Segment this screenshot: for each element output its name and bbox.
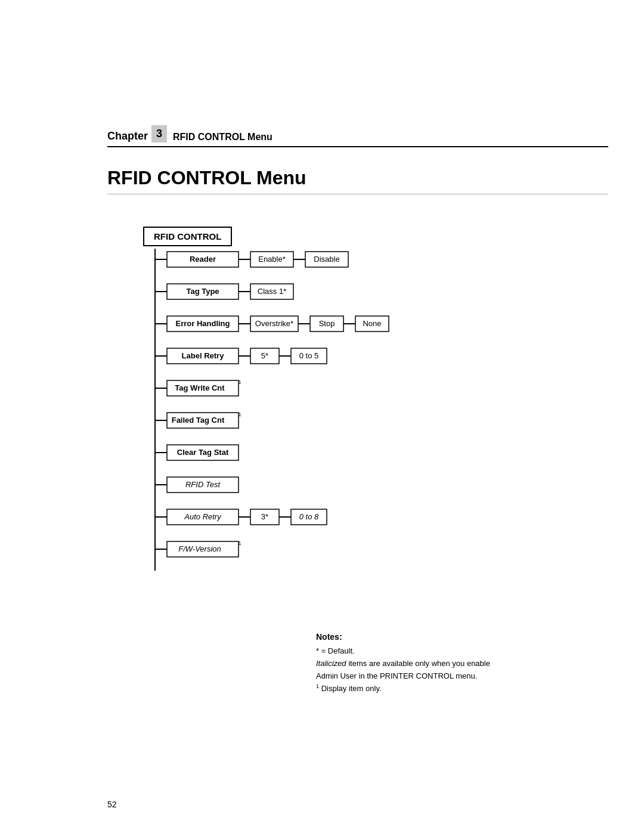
main-title-section: RFID CONTROL Menu (107, 167, 608, 194)
notes-line-2: Italicized items are available only when… (316, 658, 566, 670)
notes-section: Notes: * = Default. Italicized items are… (316, 632, 566, 696)
diagram-area: RFID CONTROL Reader Enable* Disable Tag … (107, 227, 525, 618)
svg-text:1: 1 (238, 540, 241, 546)
notes-title: Notes: (316, 632, 566, 642)
svg-text:Stop: Stop (319, 319, 335, 328)
notes-line-1: * = Default. (316, 645, 566, 658)
svg-text:RFID Test: RFID Test (185, 480, 221, 489)
notes-line-3: Admin User in the PRINTER CONTROL menu. (316, 670, 566, 683)
svg-text:Class 1*: Class 1* (258, 287, 286, 296)
chapter-title: RFID CONTROL Menu (173, 132, 273, 143)
chapter-number: 3 (151, 125, 167, 143)
svg-text:Failed Tag Cnt: Failed Tag Cnt (172, 416, 225, 425)
svg-text:Auto Retry: Auto Retry (184, 512, 222, 521)
notes-line-4: 1 Display item only. (316, 682, 566, 695)
svg-text:3*: 3* (261, 512, 268, 521)
svg-text:Label Retry: Label Retry (182, 351, 225, 360)
svg-text:5*: 5* (261, 351, 268, 360)
chapter-header: Chapter 3 RFID CONTROL Menu (107, 125, 608, 147)
svg-text:1: 1 (238, 379, 241, 385)
menu-diagram-svg: Reader Enable* Disable Tag Type Class 1*… (107, 249, 501, 618)
svg-text:Reader: Reader (190, 255, 216, 264)
svg-text:0 to 8: 0 to 8 (299, 512, 319, 521)
svg-text:Enable*: Enable* (258, 255, 286, 264)
notes-body: * = Default. Italicized items are availa… (316, 645, 566, 696)
svg-text:None: None (363, 319, 381, 328)
chapter-word: Chapter (107, 130, 148, 143)
svg-text:Disable: Disable (314, 255, 339, 264)
rfid-control-root-box: RFID CONTROL (143, 227, 232, 246)
svg-text:Tag Write Cnt: Tag Write Cnt (175, 383, 225, 392)
svg-text:Error Handling: Error Handling (175, 319, 230, 328)
svg-text:Overstrike*: Overstrike* (255, 319, 293, 328)
page: Chapter 3 RFID CONTROL Menu RFID CONTROL… (0, 0, 644, 833)
page-title: RFID CONTROL Menu (107, 167, 608, 189)
svg-text:1: 1 (238, 411, 241, 417)
page-number: 52 (107, 800, 117, 809)
svg-text:Clear Tag Stat: Clear Tag Stat (177, 448, 229, 457)
svg-text:F/W-Version: F/W-Version (178, 544, 221, 553)
svg-text:Tag Type: Tag Type (186, 287, 219, 296)
svg-text:0 to 5: 0 to 5 (299, 351, 319, 360)
